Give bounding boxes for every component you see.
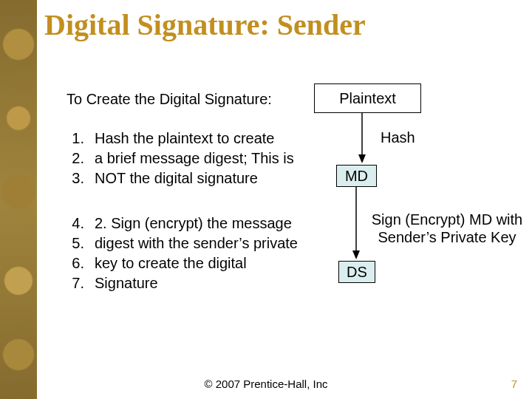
list-block-b: 4. 2. Sign (encrypt) the message 5. dige…	[66, 214, 325, 294]
list-number: 7.	[66, 274, 84, 293]
slide-title: Digital Signature: Sender	[44, 7, 366, 42]
ds-box: DS	[338, 261, 375, 283]
list-item: 7. Signature	[66, 274, 325, 293]
content-area: To Create the Digital Signature: 1. Hash…	[44, 70, 517, 369]
page-number: 7	[511, 378, 517, 390]
arrow-plaintext-to-md	[355, 113, 369, 165]
list-item: 1. Hash the plaintext to create	[66, 129, 325, 148]
list-item: 6. key to create the digital	[66, 254, 325, 273]
footer-text: © 2007 Prentice-Hall, Inc	[0, 378, 532, 390]
sign-label: Sign (Encrypt) MD with Sender’s Private …	[362, 211, 532, 246]
list-text: digest with the sender’s private	[95, 234, 298, 253]
list-text: Hash the plaintext to create	[95, 129, 274, 148]
list-item: 5. digest with the sender’s private	[66, 234, 325, 253]
arrow-md-to-ds	[349, 187, 364, 261]
list-item: 2. a brief message digest; This is	[66, 149, 325, 168]
list-text: NOT the digital signature	[95, 169, 258, 188]
list-text: a brief message digest; This is	[95, 149, 294, 168]
list-number: 3.	[66, 169, 84, 188]
list-number: 5.	[66, 234, 84, 253]
sidebar-decoration	[0, 0, 37, 399]
slide: Digital Signature: Sender To Create the …	[0, 0, 532, 399]
list-block-a: 1. Hash the plaintext to create 2. a bri…	[66, 129, 325, 189]
intro-text: To Create the Digital Signature:	[66, 91, 272, 108]
list-text: Signature	[95, 274, 158, 293]
plaintext-box: Plaintext	[314, 83, 421, 113]
list-text: 2. Sign (encrypt) the message	[95, 214, 292, 233]
sign-label-line1: Sign (Encrypt) MD with	[362, 211, 532, 228]
sign-label-line2: Sender’s Private Key	[362, 228, 532, 246]
list-item: 3. NOT the digital signature	[66, 169, 325, 188]
hash-label: Hash	[381, 129, 415, 146]
svg-marker-3	[352, 250, 360, 259]
list-number: 1.	[66, 129, 84, 148]
list-number: 6.	[66, 254, 84, 273]
list-text: key to create the digital	[95, 254, 247, 273]
list-item: 4. 2. Sign (encrypt) the message	[66, 214, 325, 233]
md-box: MD	[336, 165, 377, 187]
svg-marker-1	[358, 154, 366, 163]
list-number: 2.	[66, 149, 84, 168]
list-number: 4.	[66, 214, 84, 233]
